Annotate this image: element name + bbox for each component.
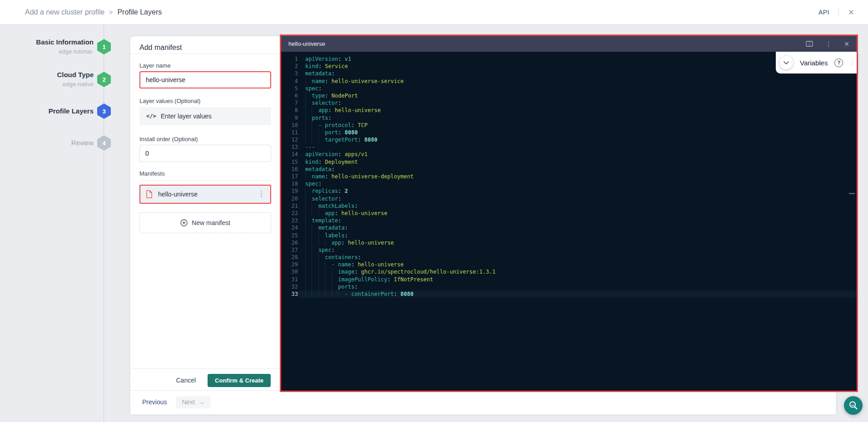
breadcrumb-parent[interactable]: Add a new cluster profile bbox=[25, 8, 104, 16]
layer-values-label: Layer values (Optional) bbox=[139, 98, 200, 104]
line-number: 25 bbox=[281, 232, 298, 239]
manifest-file-icon bbox=[146, 190, 153, 198]
manifest-list-item[interactable]: hello-universe ⋮ bbox=[139, 185, 271, 204]
line-number: 10 bbox=[281, 122, 298, 129]
panel-actions: Cancel Confirm & Create bbox=[130, 371, 280, 389]
breadcrumb-current: Profile Layers bbox=[117, 8, 162, 16]
code-line-content: port: 8080 bbox=[298, 129, 857, 136]
editor-close-icon[interactable]: ✕ bbox=[844, 41, 849, 47]
layer-name-input[interactable] bbox=[139, 71, 271, 88]
code-line: 9 ports: bbox=[281, 114, 857, 122]
manifest-menu-icon[interactable]: ⋮ bbox=[258, 191, 265, 198]
code-line-content: template: bbox=[298, 217, 857, 224]
manifest-item-name: hello-universe bbox=[158, 191, 253, 198]
code-line-content: replicas: 2 bbox=[298, 187, 857, 195]
line-number: 21 bbox=[281, 202, 298, 210]
new-manifest-button[interactable]: New manifest bbox=[139, 212, 271, 233]
line-number: 17 bbox=[281, 173, 298, 180]
code-line-content: type: NodePort bbox=[298, 92, 857, 99]
code-line-content: spec: bbox=[298, 246, 857, 254]
code-line-content: ports: bbox=[298, 283, 857, 290]
code-line: 33 - containerPort: 8080 bbox=[281, 290, 857, 298]
confirm-create-button[interactable]: Confirm & Create bbox=[208, 374, 271, 387]
code-line-content: metadata: bbox=[298, 166, 857, 173]
line-number: 33 bbox=[281, 290, 298, 298]
code-line-content: name: hello-universe-service bbox=[298, 78, 857, 85]
code-line-content: metadata: bbox=[298, 70, 857, 77]
breadcrumb-separator-icon: > bbox=[109, 9, 113, 16]
stepper-step[interactable]: Basic Informationedge-tutorial-1 bbox=[0, 37, 118, 57]
code-line: 1apiVersion: v1 bbox=[281, 55, 857, 63]
step-indicator[interactable]: 2 bbox=[97, 72, 111, 87]
stepper-step[interactable]: Review4 bbox=[0, 133, 118, 153]
code-line: 2kind: Service bbox=[281, 63, 857, 70]
code-icon: </> bbox=[146, 113, 156, 119]
line-number: 22 bbox=[281, 210, 298, 217]
line-number: 24 bbox=[281, 224, 298, 231]
step-subtitle: edge-tutorial- bbox=[36, 48, 94, 56]
line-number: 26 bbox=[281, 239, 298, 246]
stepper-step[interactable]: Profile Layers3 bbox=[0, 101, 118, 121]
line-number: 4 bbox=[281, 78, 298, 85]
code-line-content: matchLabels: bbox=[298, 202, 857, 210]
cancel-button[interactable]: Cancel bbox=[176, 377, 196, 384]
split-view-icon[interactable] bbox=[806, 41, 813, 47]
code-line: 7 selector: bbox=[281, 99, 857, 107]
code-line: 16metadata: bbox=[281, 166, 857, 173]
code-line-content: apiVersion: v1 bbox=[298, 55, 857, 63]
code-line-content: app: hello-universe bbox=[298, 210, 857, 217]
api-button[interactable]: API bbox=[818, 9, 829, 16]
help-search-button[interactable] bbox=[844, 396, 863, 415]
step-indicator[interactable]: 1 bbox=[97, 39, 111, 54]
code-line: 26 app: hello-universe bbox=[281, 239, 857, 246]
line-number: 27 bbox=[281, 246, 298, 254]
code-line-content: apiVersion: apps/v1 bbox=[298, 151, 857, 158]
code-line: 23 template: bbox=[281, 217, 857, 224]
code-line: 10 - protocol: TCP bbox=[281, 122, 857, 129]
step-labels: Basic Informationedge-tutorial- bbox=[36, 38, 94, 56]
editor-title: hello-universe bbox=[288, 40, 325, 47]
step-indicator[interactable]: 3 bbox=[97, 103, 111, 119]
code-line-content: targetPort: 8080 bbox=[298, 136, 857, 143]
variables-collapse-button[interactable] bbox=[779, 56, 793, 69]
install-order-label: Install order (Optional) bbox=[139, 136, 198, 142]
variables-menu-icon[interactable]: ⋮ bbox=[849, 59, 856, 66]
line-number: 8 bbox=[281, 107, 298, 114]
code-line-content: selector: bbox=[298, 195, 857, 202]
code-line: 13--- bbox=[281, 143, 857, 151]
install-order-input[interactable] bbox=[139, 145, 271, 162]
close-wizard-icon[interactable]: ✕ bbox=[848, 8, 854, 17]
enter-layer-values-button[interactable]: </> Enter layer values bbox=[139, 107, 271, 125]
help-icon[interactable]: ? bbox=[834, 59, 843, 67]
code-lines: 1apiVersion: v12kind: Service3metadata:4… bbox=[281, 55, 857, 298]
code-line-content: imagePullPolicy: IfNotPresent bbox=[298, 276, 857, 283]
line-number: 1 bbox=[281, 55, 298, 63]
step-indicator[interactable]: 4 bbox=[97, 135, 111, 151]
code-line-content: selector: bbox=[298, 99, 857, 107]
line-number: 19 bbox=[281, 187, 298, 195]
code-line: 4 name: hello-universe-service bbox=[281, 78, 857, 85]
line-number: 20 bbox=[281, 195, 298, 202]
stepper-step[interactable]: Cloud Typeedge-native2 bbox=[0, 69, 118, 89]
layer-name-label: Layer name bbox=[139, 62, 171, 69]
editor-titlebar: hello-universe ⋮ ✕ bbox=[281, 36, 857, 52]
code-line: 20 selector: bbox=[281, 195, 857, 202]
editor-menu-icon[interactable]: ⋮ bbox=[825, 41, 832, 47]
line-number: 30 bbox=[281, 268, 298, 275]
code-line: 19 replicas: 2 bbox=[281, 187, 857, 195]
step-labels: Cloud Typeedge-native bbox=[57, 70, 94, 88]
next-button[interactable]: Next → bbox=[176, 396, 210, 408]
stepper: Basic Informationedge-tutorial-1Cloud Ty… bbox=[0, 25, 118, 422]
panel-title: Add manifest bbox=[139, 44, 182, 52]
top-header: Add a new cluster profile > Profile Laye… bbox=[0, 0, 868, 25]
line-number: 29 bbox=[281, 261, 298, 268]
previous-button[interactable]: Previous bbox=[142, 398, 167, 406]
step-labels: Profile Layers bbox=[49, 107, 94, 116]
code-editor[interactable]: 1apiVersion: v12kind: Service3metadata:4… bbox=[281, 52, 857, 391]
code-line: 12 targetPort: 8080 bbox=[281, 136, 857, 143]
editor-scrollbar-marker[interactable] bbox=[849, 193, 855, 194]
code-line: 5spec: bbox=[281, 85, 857, 92]
step-labels: Review bbox=[71, 138, 94, 147]
line-number: 16 bbox=[281, 166, 298, 173]
topbar-divider bbox=[838, 8, 839, 17]
